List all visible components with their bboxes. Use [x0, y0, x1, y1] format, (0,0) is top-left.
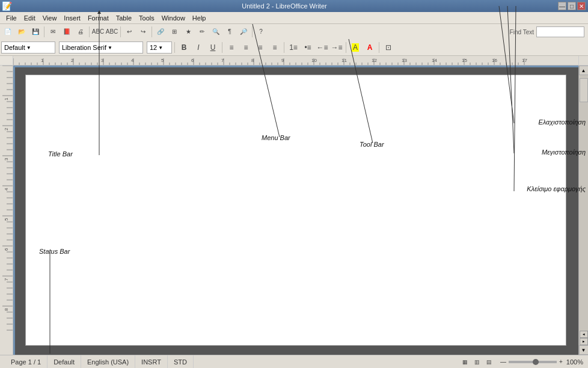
- spellcheck-button[interactable]: ABC: [91, 25, 105, 38]
- sep5: [252, 26, 253, 37]
- view-btn2[interactable]: ▥: [471, 357, 482, 367]
- scrollbar-thumb[interactable]: [580, 78, 588, 102]
- scroll-down-button[interactable]: ▼: [579, 345, 589, 355]
- zoom-button[interactable]: 🔎: [237, 25, 250, 38]
- undo-button[interactable]: ↩: [123, 25, 136, 38]
- find-label: Find Text: [510, 29, 534, 35]
- print-button[interactable]: 🖨: [74, 25, 87, 38]
- menu-view[interactable]: View: [39, 13, 61, 23]
- align-justify-button[interactable]: ≡: [268, 41, 281, 54]
- scroll-up-button[interactable]: ▲: [579, 66, 589, 75]
- size-dropdown[interactable]: 12 ▼: [147, 41, 172, 54]
- ruler-canvas: [13, 56, 528, 66]
- menubar-annotation: Menu Bar: [262, 134, 290, 141]
- insert-mode: INSRT: [135, 355, 168, 368]
- open-button[interactable]: 📂: [15, 25, 28, 38]
- indent-less-button[interactable]: ←≡: [316, 41, 329, 54]
- align-left-button[interactable]: ≡: [225, 41, 238, 54]
- page-info: Page 1 / 1: [5, 355, 47, 368]
- indent-more-button[interactable]: →≡: [330, 41, 343, 54]
- underline-button[interactable]: U: [206, 41, 219, 54]
- menu-tools[interactable]: Tools: [135, 13, 158, 23]
- menu-edit[interactable]: Edit: [20, 13, 39, 23]
- align-justify-icon: ≡: [272, 43, 277, 52]
- menu-help[interactable]: Help: [189, 13, 210, 23]
- maximize-button[interactable]: □: [568, 2, 576, 10]
- autocorrect-button[interactable]: ABC: [105, 25, 118, 38]
- scroll-next-page-button[interactable]: ▸: [580, 338, 588, 345]
- redo-button[interactable]: ↪: [136, 25, 150, 38]
- draw-button[interactable]: ✏: [195, 25, 209, 38]
- new-button[interactable]: 📄: [1, 25, 14, 38]
- border-icon: ⊡: [385, 43, 391, 52]
- style-dropdown[interactable]: Default ▼: [1, 41, 55, 54]
- font-dropdown[interactable]: Liberation Serif ▼: [59, 41, 143, 54]
- menu-table[interactable]: Table: [112, 13, 135, 23]
- app-inner: 📝 Untitled 2 - LibreOffice Writer — □ ✕ …: [0, 0, 588, 368]
- maximize-annotation: Μεγιστοποίηση: [542, 149, 586, 156]
- numbering-icon: 1≡: [289, 43, 298, 52]
- right-scrollbar: ▲ ◂ ▸ ▼: [578, 66, 588, 355]
- sep1: [44, 26, 44, 37]
- sep7: [222, 42, 222, 53]
- size-value: 12: [150, 44, 157, 51]
- italic-button[interactable]: I: [192, 41, 205, 54]
- titlebar-annotation: Title Bar: [48, 150, 73, 158]
- find-input[interactable]: [536, 26, 584, 37]
- hyperlink-button[interactable]: 🔗: [154, 25, 167, 38]
- minimize-button[interactable]: —: [558, 2, 566, 10]
- numbering-button[interactable]: 1≡: [287, 41, 300, 54]
- menu-window[interactable]: Window: [158, 13, 189, 23]
- sep6: [174, 42, 175, 53]
- menu-insert[interactable]: Insert: [60, 13, 84, 23]
- save-button[interactable]: 💾: [29, 25, 42, 38]
- main-area: ▲ ◂ ▸ ▼: [0, 66, 588, 355]
- scrollbar-track[interactable]: [579, 75, 588, 331]
- align-center-button[interactable]: ≡: [239, 41, 253, 54]
- zoom-out-icon[interactable]: —: [500, 358, 506, 365]
- zoom-thumb: [533, 359, 539, 365]
- sep2: [89, 26, 90, 37]
- close-button[interactable]: ✕: [577, 2, 586, 10]
- view-btn3[interactable]: ▤: [483, 357, 494, 367]
- app-wrapper: 📝 Untitled 2 - LibreOffice Writer — □ ✕ …: [0, 0, 588, 368]
- email-button[interactable]: ✉: [46, 25, 60, 38]
- ruler-corner: [0, 56, 13, 66]
- zoom-slider[interactable]: [509, 361, 557, 363]
- style-value: Default: [4, 44, 25, 51]
- highlight-button[interactable]: A: [349, 41, 362, 54]
- bold-button[interactable]: B: [177, 41, 191, 54]
- text-editor[interactable]: [50, 99, 542, 121]
- sep10: [379, 42, 379, 53]
- bullets-button[interactable]: •≡: [301, 41, 314, 54]
- bold-icon: B: [182, 43, 187, 52]
- status-bar: Page 1 / 1 Default English (USA) INSRT S…: [0, 355, 588, 368]
- table-button[interactable]: ⊞: [168, 25, 181, 38]
- scroll-prev-page-button[interactable]: ◂: [580, 331, 588, 338]
- menu-file[interactable]: File: [2, 13, 20, 23]
- highlight-icon: A: [352, 43, 359, 52]
- style-arrow: ▼: [26, 45, 31, 51]
- border-button[interactable]: ⊡: [382, 41, 395, 54]
- help-button[interactable]: ?: [254, 25, 268, 38]
- ruler-end: [578, 56, 588, 66]
- view-btn1[interactable]: ▦: [459, 357, 470, 367]
- document-area[interactable]: [13, 66, 578, 355]
- menu-format[interactable]: Format: [84, 13, 112, 23]
- pdf-button[interactable]: 📕: [60, 25, 73, 38]
- toolbar-annotation: Tool Bar: [360, 141, 384, 148]
- font-color-button[interactable]: A: [363, 41, 376, 54]
- toolbar-row2: Default ▼ Liberation Serif ▼ 12 ▼ B I U: [0, 40, 588, 55]
- italic-icon: I: [197, 43, 199, 52]
- align-right-button[interactable]: ≡: [254, 41, 267, 54]
- document-page[interactable]: [25, 75, 566, 346]
- nonprint-button[interactable]: ¶: [223, 25, 236, 38]
- find-button[interactable]: 🔍: [209, 25, 222, 38]
- stars-button[interactable]: ★: [182, 25, 195, 38]
- sep8: [284, 42, 284, 53]
- statusbar-annotation: Status Bar: [39, 248, 70, 255]
- page-content[interactable]: [26, 75, 566, 146]
- zoom-in-icon[interactable]: +: [559, 358, 563, 365]
- title-bar: 📝 Untitled 2 - LibreOffice Writer — □ ✕: [0, 0, 588, 12]
- menu-bar: File Edit View Insert Format Table Tools…: [0, 12, 588, 24]
